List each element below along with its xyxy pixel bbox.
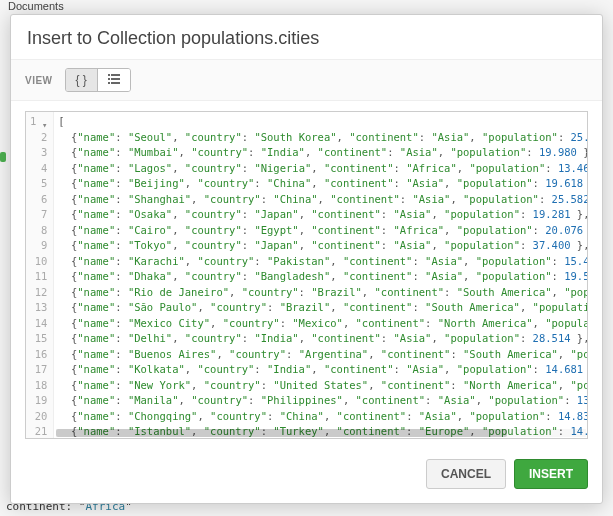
cancel-button[interactable]: CANCEL (426, 459, 506, 489)
svg-rect-4 (108, 82, 110, 84)
insert-modal: Insert to Collection populations.cities … (10, 14, 603, 504)
braces-icon: { } (75, 73, 86, 87)
list-icon (108, 73, 120, 87)
svg-rect-1 (111, 74, 120, 76)
line-gutter: 1▾2345678910111213141516171819202122 (26, 112, 54, 438)
view-toolbar: VIEW { } (11, 59, 602, 101)
svg-rect-2 (108, 78, 110, 80)
view-toggle: { } (65, 68, 131, 92)
horizontal-scrollbar[interactable] (56, 429, 586, 437)
modal-footer: CANCEL INSERT (11, 449, 602, 503)
modal-title: Insert to Collection populations.cities (11, 15, 602, 59)
code-area[interactable]: [ {"name": "Seoul", "country": "South Ko… (54, 112, 587, 438)
svg-rect-3 (111, 78, 120, 80)
insert-button[interactable]: INSERT (514, 459, 588, 489)
bg-accent (0, 152, 6, 162)
view-list-button[interactable] (98, 69, 130, 91)
scrollbar-thumb[interactable] (56, 429, 507, 437)
bg-tab-documents: Documents (8, 0, 64, 12)
json-editor[interactable]: 1▾2345678910111213141516171819202122 [ {… (25, 111, 588, 439)
view-json-button[interactable]: { } (66, 69, 98, 91)
svg-rect-0 (108, 74, 110, 76)
svg-rect-5 (111, 82, 120, 84)
view-label: VIEW (25, 75, 53, 86)
